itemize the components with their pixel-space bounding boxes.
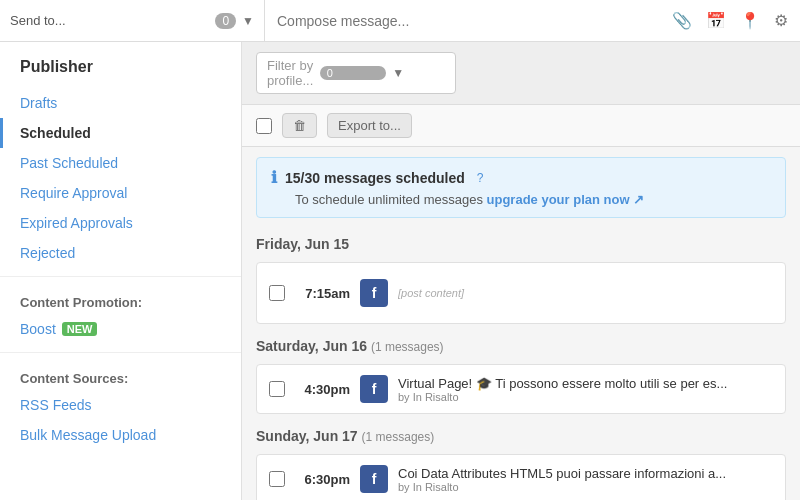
message-checkbox[interactable] (269, 471, 285, 487)
date-section-friday: Friday, Jun 15 (242, 228, 800, 262)
message-title: Virtual Page! 🎓 Ti possono essere molto … (398, 376, 773, 391)
info-count: 15/30 messages scheduled (285, 170, 465, 186)
sidebar-divider-2 (0, 352, 241, 353)
facebook-icon: f (360, 375, 388, 403)
msg-count: (1 messages) (371, 340, 444, 354)
date-header: Sunday, Jun 17 (1 messages) (256, 428, 786, 444)
paperclip-icon[interactable]: 📎 (672, 11, 692, 30)
message-time: 6:30pm (295, 472, 350, 487)
sidebar-item-rejected[interactable]: Rejected (0, 238, 241, 268)
facebook-icon: f (360, 279, 388, 307)
upgrade-link[interactable]: upgrade your plan now ↗ (487, 192, 645, 207)
sidebar-item-label: Past Scheduled (20, 155, 118, 171)
sidebar-item-label: RSS Feeds (20, 397, 92, 413)
info-icon: ℹ (271, 168, 277, 187)
sidebar-divider-1 (0, 276, 241, 277)
message-checkbox[interactable] (269, 381, 285, 397)
sidebar-item-label: Require Approval (20, 185, 127, 201)
sidebar-category-content-sources: Content Sources: (0, 361, 241, 390)
info-banner: ℹ 15/30 messages scheduled ? To schedule… (256, 157, 786, 218)
compose-section (265, 13, 672, 29)
sidebar-item-rss-feeds[interactable]: RSS Feeds (0, 390, 241, 420)
sidebar-item-scheduled[interactable]: Scheduled (0, 118, 241, 148)
sidebar-item-label: Rejected (20, 245, 75, 261)
filter-bar: Filter by profile... 0 ▼ (242, 42, 800, 105)
delete-button[interactable]: 🗑 (282, 113, 317, 138)
send-to-label: Send to... (10, 13, 215, 28)
message-author: by In Risalto (398, 391, 773, 403)
compose-input[interactable] (277, 13, 660, 29)
send-to-section[interactable]: Send to... 0 ▼ (0, 0, 265, 41)
table-row: 6:30pm f Coi Data Attributes HTML5 puoi … (256, 454, 786, 500)
watermark-placeholder: [post content] (398, 287, 464, 299)
message-author: by In Risalto (398, 481, 773, 493)
chevron-down-icon[interactable]: ▼ (242, 14, 254, 28)
send-to-badge: 0 (215, 13, 236, 29)
calendar-icon[interactable]: 📅 (706, 11, 726, 30)
new-badge: NEW (62, 322, 98, 336)
top-bar: Send to... 0 ▼ 📎 📅 📍 ⚙ (0, 0, 800, 42)
filter-badge: 0 (320, 66, 387, 80)
sidebar: Publisher Drafts Scheduled Past Schedule… (0, 42, 242, 500)
message-checkbox[interactable] (269, 285, 285, 301)
message-content: Virtual Page! 🎓 Ti possono essere molto … (398, 376, 773, 403)
sidebar-category-content-promotion: Content Promotion: (0, 285, 241, 314)
action-bar: 🗑 Export to... (242, 105, 800, 147)
select-all-checkbox[interactable] (256, 118, 272, 134)
filter-placeholder: Filter by profile... (267, 58, 320, 88)
sidebar-item-bulk-upload[interactable]: Bulk Message Upload (0, 420, 241, 450)
info-sub-text: To schedule unlimited messages upgrade y… (295, 192, 771, 207)
settings-icon[interactable]: ⚙ (774, 11, 788, 30)
sidebar-item-label: Bulk Message Upload (20, 427, 156, 443)
sidebar-item-past-scheduled[interactable]: Past Scheduled (0, 148, 241, 178)
table-row: 4:30pm f Virtual Page! 🎓 Ti possono esse… (256, 364, 786, 414)
sidebar-item-label: Scheduled (20, 125, 91, 141)
table-row: 7:15am f [post content] (256, 262, 786, 324)
sidebar-item-label: Drafts (20, 95, 57, 111)
top-icons: 📎 📅 📍 ⚙ (672, 11, 800, 30)
sidebar-item-expired-approvals[interactable]: Expired Approvals (0, 208, 241, 238)
main-layout: Publisher Drafts Scheduled Past Schedule… (0, 42, 800, 500)
message-time: 4:30pm (295, 382, 350, 397)
msg-count: (1 messages) (362, 430, 435, 444)
filter-chevron-icon: ▼ (392, 66, 445, 80)
facebook-icon: f (360, 465, 388, 493)
date-section-saturday: Saturday, Jun 16 (1 messages) (242, 330, 800, 364)
export-label: Export to... (338, 118, 401, 133)
message-content: Coi Data Attributes HTML5 puoi passare i… (398, 466, 773, 493)
message-time: 7:15am (295, 286, 350, 301)
date-header: Saturday, Jun 16 (1 messages) (256, 338, 786, 354)
message-content: [post content] (398, 273, 773, 313)
sidebar-item-require-approval[interactable]: Require Approval (0, 178, 241, 208)
sidebar-item-label: Expired Approvals (20, 215, 133, 231)
sidebar-item-label: Boost (20, 321, 56, 337)
date-header: Friday, Jun 15 (256, 236, 786, 252)
sidebar-title: Publisher (0, 58, 241, 88)
help-icon[interactable]: ? (477, 171, 484, 185)
content-area: Filter by profile... 0 ▼ 🗑 Export to... … (242, 42, 800, 500)
filter-profile-select[interactable]: Filter by profile... 0 ▼ (256, 52, 456, 94)
sidebar-item-boost[interactable]: Boost NEW (0, 314, 241, 344)
date-section-sunday: Sunday, Jun 17 (1 messages) (242, 420, 800, 454)
trash-icon: 🗑 (293, 118, 306, 133)
sidebar-item-drafts[interactable]: Drafts (0, 88, 241, 118)
message-title: Coi Data Attributes HTML5 puoi passare i… (398, 466, 773, 481)
location-icon[interactable]: 📍 (740, 11, 760, 30)
export-button[interactable]: Export to... (327, 113, 412, 138)
